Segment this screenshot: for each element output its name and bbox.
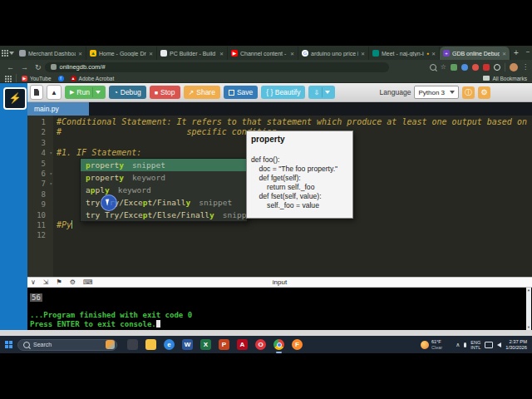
tab-close-icon[interactable]: ✕: [149, 51, 153, 57]
extension-blue-icon[interactable]: [461, 64, 468, 71]
site-info-icon[interactable]: [51, 64, 57, 70]
fold-marker-icon[interactable]: ▾: [49, 179, 52, 189]
bookmark-star-icon[interactable]: ☆: [441, 63, 446, 71]
forward-icon[interactable]: →: [21, 63, 28, 71]
run-options-caret-icon[interactable]: [96, 91, 101, 94]
onlinegdb-logo[interactable]: ⚡: [3, 87, 27, 110]
expand-icon[interactable]: ⇲: [43, 278, 49, 287]
extension-red-icon[interactable]: [472, 64, 479, 71]
clear-flag-icon[interactable]: ⚑: [57, 278, 62, 287]
profile-avatar[interactable]: [510, 63, 518, 71]
weather-widget[interactable]: 61°F Clear: [421, 339, 442, 350]
edge-icon[interactable]: e: [164, 339, 175, 350]
browser-tab[interactable]: PC Builder - Build Your Own C✕: [157, 47, 228, 60]
keyboard-icon[interactable]: ⌨: [83, 278, 93, 287]
input-language-indicator[interactable]: ENGINTL: [470, 340, 480, 350]
new-tab-button[interactable]: +: [514, 48, 519, 57]
apps-grid-icon[interactable]: [5, 76, 11, 81]
file-tab-main-py[interactable]: main.py: [27, 102, 89, 116]
firefox-icon[interactable]: F: [292, 339, 303, 350]
autocomplete-item[interactable]: propertykeyword: [81, 171, 247, 184]
info-button[interactable]: ⓘ: [462, 86, 475, 99]
speaker-icon[interactable]: [497, 342, 501, 347]
browser-tab[interactable]: ▲Home - Google Drive✕: [86, 47, 157, 60]
gutter-line-number: 4▾: [27, 148, 53, 158]
tab-close-icon[interactable]: ✕: [361, 51, 365, 57]
save-button[interactable]: Save: [224, 86, 258, 99]
autocomplete-item[interactable]: propertysnippet: [81, 159, 247, 171]
bookmark-item[interactable]: f: [58, 76, 64, 81]
tab-close-icon[interactable]: ✕: [78, 51, 82, 57]
stop-button[interactable]: ■ Stop: [150, 86, 180, 99]
browser-tab[interactable]: ▶Channel content - YouTube St✕: [228, 47, 298, 60]
acrobat-icon[interactable]: A: [237, 339, 248, 350]
console-output-panel[interactable]: 56 ...Program finished with exit code 0P…: [27, 288, 532, 330]
excel-icon[interactable]: X: [200, 339, 211, 350]
download-icon: ⇩: [313, 89, 319, 96]
windows-start-icon[interactable]: [5, 341, 12, 348]
zoom-page-icon[interactable]: [430, 64, 436, 71]
bookmark-label: YouTube: [30, 76, 52, 81]
url-field[interactable]: onlinegdb.com/#: [45, 62, 389, 72]
language-select[interactable]: Python 3: [414, 86, 459, 99]
chrome-menu-icon[interactable]: ⋮: [522, 63, 529, 71]
browser-tab[interactable]: +GDB online Debugger | Compi✕: [440, 47, 510, 60]
taskbar-clock[interactable]: 2:37 PM 1/30/2026: [505, 339, 527, 351]
browser-tab[interactable]: Merchant Dashboard | Steadfa✕: [16, 47, 86, 60]
extension-green-icon[interactable]: [451, 64, 457, 71]
taskbar-search-input[interactable]: Search: [17, 339, 117, 351]
run-button[interactable]: ▶ Run: [65, 86, 106, 99]
tab-close-icon[interactable]: ✕: [219, 51, 224, 57]
fold-marker-icon[interactable]: ▾: [49, 148, 52, 158]
tab-close-icon[interactable]: ✕: [431, 51, 436, 57]
chevron-down-icon[interactable]: ∨: [31, 278, 36, 287]
tab-close-icon[interactable]: ✕: [290, 51, 294, 57]
search-highlight-image[interactable]: [106, 340, 115, 349]
upload-button[interactable]: ▲: [47, 85, 62, 100]
bookmark-item[interactable]: ▶YouTube: [22, 76, 52, 81]
new-file-button[interactable]: [30, 85, 43, 100]
app-dark-icon[interactable]: [127, 339, 138, 350]
console-cursor: [156, 320, 160, 328]
ide-toolbar: ▲ ▶ Run ◔ Debug ■ Stop ↗ Share Save { } …: [27, 83, 532, 102]
download-options-caret-icon[interactable]: [325, 91, 330, 94]
onlinegdb-sidebar: ⚡: [0, 83, 27, 330]
tab-title: arduino uno price in bd - Goo: [311, 51, 358, 57]
word-icon[interactable]: W: [182, 339, 193, 350]
browser-tab[interactable]: Garduino uno price in bd - Goo✕: [298, 47, 369, 60]
run-label: Run: [76, 88, 90, 96]
extension-adobe-icon[interactable]: [483, 64, 490, 71]
debug-button[interactable]: ◔ Debug: [109, 86, 146, 99]
file-explorer-icon[interactable]: [145, 339, 156, 350]
back-icon[interactable]: ←: [7, 63, 14, 71]
address-bar: ← → ↻ onlinegdb.com/# ☆ ⋮: [0, 60, 532, 74]
settings-button[interactable]: ⚙: [478, 86, 490, 99]
debug-icon: ◔: [114, 89, 118, 96]
beautify-button[interactable]: { } Beautify: [261, 86, 305, 99]
microphone-icon[interactable]: [464, 342, 466, 347]
bookmark-item[interactable]: ▲Adobe Acrobat: [71, 76, 115, 81]
download-button[interactable]: ⇩: [308, 86, 335, 99]
matched-char: p: [86, 160, 91, 170]
gear-icon[interactable]: ⚙: [70, 278, 76, 287]
tab-title: GDB online Debugger | Compi: [452, 51, 500, 57]
browser-tab[interactable]: Meet - naj-gtyn-imw●✕: [369, 47, 440, 60]
item-kind-label: keyword: [132, 173, 165, 182]
tab-close-icon[interactable]: ✕: [502, 51, 506, 57]
opera-icon[interactable]: O: [255, 339, 266, 350]
tab-search-icon[interactable]: [9, 52, 14, 55]
matched-char: y: [209, 210, 214, 219]
reload-icon[interactable]: ↻: [35, 63, 42, 71]
fold-marker-icon[interactable]: ▾: [49, 169, 52, 179]
window-app-icon: [2, 50, 7, 56]
gutter-line-number: 1: [27, 117, 53, 127]
tray-chevron-up-icon[interactable]: ∧: [456, 342, 460, 348]
display-icon[interactable]: [485, 342, 493, 348]
extension-ring-icon[interactable]: [494, 64, 500, 71]
powerpoint-icon[interactable]: P: [219, 339, 229, 350]
chrome-icon[interactable]: [273, 339, 284, 350]
minimize-button[interactable]: –: [522, 46, 532, 57]
share-button[interactable]: ↗ Share: [184, 86, 220, 99]
all-bookmarks-button[interactable]: All Bookmarks: [483, 76, 527, 81]
console-scrollbar[interactable]: ▲▼: [526, 288, 531, 330]
